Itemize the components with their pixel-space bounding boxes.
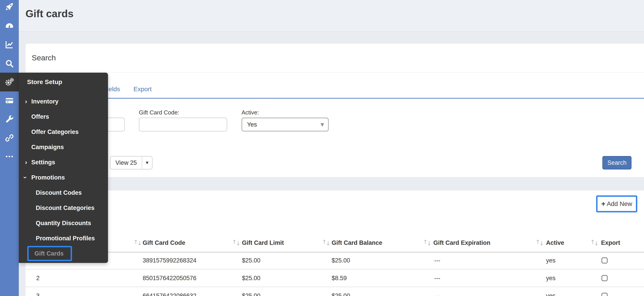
row-number: 2	[36, 274, 40, 282]
flyout-title: Store Setup	[27, 73, 62, 92]
active-label: Active:	[242, 109, 259, 116]
active-cell: yes	[546, 257, 556, 264]
column-header-gift-card-expiration[interactable]: Gift Card Expiration	[433, 240, 490, 246]
sort-icon[interactable]: ↑↓	[134, 240, 141, 246]
gift-cards-list-panel: + Add New ↑↓ Gift Card Code ↑↓ Gift Card…	[26, 190, 644, 296]
gears-icon	[5, 77, 14, 87]
sidebar-item-search[interactable]	[0, 54, 19, 73]
search-button[interactable]: Search	[602, 156, 632, 170]
search-panel-title: Search	[32, 54, 56, 62]
gift-card-balance-cell: $8.59	[332, 274, 347, 282]
tab-underline	[26, 98, 644, 98]
sidebar-item-dashboard[interactable]	[0, 17, 19, 36]
view-count-button[interactable]: View 25 ▼	[110, 156, 152, 170]
chevron-right-icon: ›	[25, 159, 27, 166]
sidebar-item-launch[interactable]	[0, 0, 19, 16]
dashboard-icon	[5, 22, 14, 31]
gift-card-code-cell: 8501576422050576	[143, 274, 196, 282]
table-row: 2 8501576422050576 $25.00 $8.59 --- yes	[26, 270, 644, 287]
sort-icon[interactable]: ↑↓	[590, 240, 598, 246]
gift-card-expiration-cell: ---	[434, 292, 440, 296]
sidebar-item-utilities[interactable]	[0, 110, 19, 128]
chevron-right-icon: ›	[25, 98, 27, 105]
ellipsis-icon	[5, 152, 14, 161]
view-count-label: View 25	[110, 156, 142, 169]
menu-item-campaigns[interactable]: Campaigns	[19, 140, 108, 155]
gift-card-balance-cell: $25.00	[332, 292, 350, 296]
tab-export[interactable]: Export	[134, 86, 152, 93]
page-title: Gift cards	[26, 8, 74, 20]
gift-card-code-label: Gift Card Code:	[139, 109, 179, 116]
active-select-value: Yes	[242, 121, 257, 128]
active-cell: yes	[546, 274, 556, 282]
menu-item-gift-cards[interactable]: Gift Cards	[19, 246, 108, 261]
gift-card-code-input[interactable]	[139, 118, 227, 132]
table-header: ↑↓ Gift Card Code ↑↓ Gift Card Limit ↑↓ …	[26, 234, 644, 253]
search-panel: Search Fields Export Gift Card Code: Act…	[26, 44, 644, 177]
row-number: 3	[36, 292, 40, 296]
caret-down-icon[interactable]: ▼	[142, 156, 152, 169]
sidebar-item-integrations[interactable]	[0, 128, 19, 147]
menu-item-discount-categories[interactable]: Discount Categories	[19, 200, 108, 216]
gift-card-expiration-cell: ---	[434, 257, 440, 264]
menu-item-discount-codes[interactable]: Discount Codes	[19, 185, 108, 200]
caret-down-icon: ▼	[321, 122, 324, 127]
active-select[interactable]: Yes ▼	[242, 118, 329, 132]
menu-item-offers[interactable]: Offers	[19, 109, 108, 124]
gift-card-code-cell: 6641576422086632	[143, 292, 196, 296]
sort-icon[interactable]: ↑↓	[423, 240, 431, 246]
sidebar	[0, 0, 19, 296]
sidebar-item-store-setup[interactable]	[0, 73, 19, 92]
add-new-label: Add New	[607, 200, 632, 208]
sort-icon[interactable]: ↑↓	[536, 240, 543, 246]
menu-item-quantity-discounts[interactable]: Quantity Discounts	[19, 216, 108, 231]
menu-item-promotions[interactable]: › Promotions	[19, 170, 108, 185]
panel-divider	[26, 72, 644, 72]
rocket-icon	[5, 2, 14, 12]
sort-icon[interactable]: ↑↓	[232, 240, 240, 246]
gift-card-balance-cell: $25.00	[332, 257, 350, 264]
export-checkbox[interactable]	[602, 293, 608, 296]
column-header-active[interactable]: Active	[546, 240, 564, 246]
sidebar-item-more[interactable]	[0, 147, 19, 166]
credit-card-icon	[5, 96, 14, 105]
search-icon	[5, 59, 14, 68]
link-icon	[5, 133, 14, 143]
add-new-highlight-ring: + Add New	[596, 196, 637, 212]
wrench-icon	[5, 114, 14, 124]
chevron-down-icon: ›	[22, 176, 28, 178]
export-checkbox[interactable]	[602, 257, 608, 263]
column-header-gift-card-code[interactable]: Gift Card Code	[143, 240, 185, 246]
column-header-gift-card-balance[interactable]: Gift Card Balance	[332, 240, 382, 246]
chart-line-icon	[5, 40, 14, 50]
add-new-button[interactable]: + Add New	[598, 197, 636, 211]
table-row: 1 3891575992268324 $25.00 $25.00 --- yes	[26, 252, 644, 270]
sidebar-item-reports[interactable]	[0, 35, 19, 54]
gift-card-limit-cell: $25.00	[242, 292, 260, 296]
page-header: Gift cards	[19, 0, 644, 32]
plus-icon: +	[601, 200, 606, 208]
gift-card-code-cell: 3891575992268324	[143, 257, 196, 264]
menu-item-inventory[interactable]: › Inventory	[19, 94, 108, 109]
gift-card-limit-cell: $25.00	[242, 257, 260, 264]
sidebar-item-payments[interactable]	[0, 91, 19, 110]
menu-item-settings[interactable]: › Settings	[19, 155, 108, 170]
menu-item-offer-categories[interactable]: Offer Categories	[19, 124, 108, 140]
gift-card-expiration-cell: ---	[434, 274, 440, 282]
gift-card-limit-cell: $25.00	[242, 274, 260, 282]
column-header-gift-card-limit[interactable]: Gift Card Limit	[242, 240, 284, 246]
sort-icon[interactable]: ↑↓	[322, 240, 330, 246]
menu-item-promotional-profiles[interactable]: Promotional Profiles	[19, 231, 108, 246]
gift-cards-admin-screen: Gift cards Search Fields Export Gift Car…	[0, 0, 644, 296]
store-setup-flyout-menu: Store Setup › Inventory Offers Offer Cat…	[19, 73, 108, 263]
export-checkbox[interactable]	[602, 275, 608, 281]
table-row: 3 6641576422086632 $25.00 $25.00 --- yes	[26, 287, 644, 296]
column-header-export[interactable]: Export	[601, 240, 620, 246]
gift-cards-highlight-ring: Gift Cards	[27, 246, 72, 261]
active-cell: yes	[546, 292, 556, 296]
